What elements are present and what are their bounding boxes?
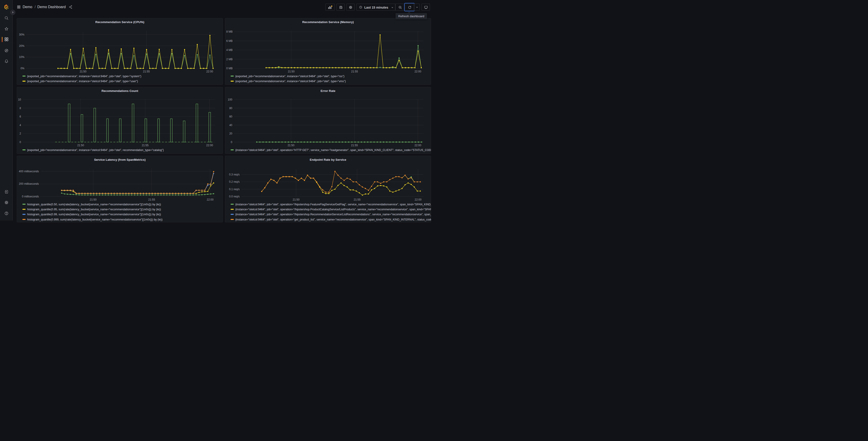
svg-text:22:00: 22:00 <box>415 198 422 201</box>
svg-text:21:50: 21:50 <box>90 198 97 201</box>
svg-text:histogram_quantile(0.999, sum(: histogram_quantile(0.999, sum(rate(laten… <box>27 218 162 220</box>
svg-text:60: 60 <box>229 115 232 118</box>
svg-text:21:55: 21:55 <box>351 144 358 147</box>
svg-text:0 milliseconds: 0 milliseconds <box>22 195 39 198</box>
svg-text:20: 20 <box>229 132 232 135</box>
svg-text:4 MB: 4 MB <box>226 49 232 52</box>
svg-text:0.3 req/s: 0.3 req/s <box>229 173 240 176</box>
svg-text:21:55: 21:55 <box>143 70 150 73</box>
svg-text:Recommendations Count: Recommendations Count <box>101 89 138 93</box>
svg-text:21:50: 21:50 <box>80 70 87 73</box>
svg-text:21:50: 21:50 <box>293 198 300 201</box>
svg-text:{instance="otelcol:9464", job=: {instance="otelcol:9464", job="otel", op… <box>235 203 431 206</box>
svg-text:{exported_job="recommendations: {exported_job="recommendationservice", i… <box>27 75 142 78</box>
svg-text:2: 2 <box>20 132 21 135</box>
svg-text:21:55: 21:55 <box>148 198 155 201</box>
svg-text:Service Latency (from SpanMetr: Service Latency (from SpanMetrics) <box>94 158 146 161</box>
svg-text:{instance="otelcol:9464", job=: {instance="otelcol:9464", job="otel", op… <box>235 208 431 211</box>
svg-text:10: 10 <box>18 98 21 101</box>
svg-text:21:55: 21:55 <box>351 70 358 73</box>
svg-text:0.1 req/s: 0.1 req/s <box>229 188 240 191</box>
svg-text:2 MB: 2 MB <box>226 58 232 61</box>
svg-text:{instance="otelcol:9464", job=: {instance="otelcol:9464", job="otel", op… <box>235 218 431 220</box>
svg-text:200 milliseconds: 200 milliseconds <box>19 182 39 185</box>
svg-text:80: 80 <box>229 107 232 110</box>
svg-text:21:55: 21:55 <box>354 198 361 201</box>
svg-text:{exported_job="recommendations: {exported_job="recommendationservice", i… <box>235 75 344 78</box>
svg-text:{exported_job="recommendations: {exported_job="recommendationservice", i… <box>27 80 138 83</box>
svg-text:40: 40 <box>229 124 232 127</box>
svg-text:22:00: 22:00 <box>414 144 421 147</box>
svg-text:8 MB: 8 MB <box>226 30 232 33</box>
svg-text:{exported_job="recommendations: {exported_job="recommendationservice", i… <box>27 148 164 152</box>
svg-text:6 MB: 6 MB <box>226 39 232 42</box>
svg-text:{instance="otelcol:9464", job=: {instance="otelcol:9464", job="otel", op… <box>235 213 431 216</box>
svg-text:22:00: 22:00 <box>207 198 214 201</box>
svg-text:22:00: 22:00 <box>206 70 213 73</box>
svg-text:{instance="otelcol:9464", job=: {instance="otelcol:9464", job="otel", op… <box>235 148 431 152</box>
svg-text:Endpoint Rate by Service: Endpoint Rate by Service <box>310 158 346 161</box>
svg-text:21:55: 21:55 <box>142 144 149 147</box>
svg-text:10%: 10% <box>19 56 25 59</box>
svg-text:Recommendation Service (CPU%): Recommendation Service (CPU%) <box>95 20 144 24</box>
svg-text:400 milliseconds: 400 milliseconds <box>19 170 39 173</box>
svg-text:histogram_quantile(0.50, sum(r: histogram_quantile(0.50, sum(rate(latenc… <box>27 203 161 206</box>
svg-text:8: 8 <box>20 107 21 110</box>
svg-text:Error Rate: Error Rate <box>321 89 336 93</box>
svg-text:{exported_job="recommendations: {exported_job="recommendationservice", i… <box>235 80 346 83</box>
svg-text:22:00: 22:00 <box>206 144 213 147</box>
svg-text:20%: 20% <box>19 45 25 48</box>
svg-text:21:50: 21:50 <box>288 70 294 73</box>
svg-text:22:00: 22:00 <box>414 70 421 73</box>
svg-text:21:50: 21:50 <box>77 144 84 147</box>
svg-text:histogram_quantile(0.99, sum(r: histogram_quantile(0.99, sum(rate(latenc… <box>27 213 161 216</box>
svg-text:4: 4 <box>20 124 21 127</box>
svg-text:0.0 req/s: 0.0 req/s <box>229 195 240 198</box>
svg-text:6: 6 <box>20 115 21 118</box>
svg-text:0: 0 <box>231 141 232 144</box>
svg-text:0%: 0% <box>21 67 25 70</box>
svg-text:0 MB: 0 MB <box>226 67 232 70</box>
svg-text:21:50: 21:50 <box>288 144 294 147</box>
svg-text:0.2 req/s: 0.2 req/s <box>229 180 240 183</box>
svg-text:0: 0 <box>20 141 21 144</box>
svg-text:30%: 30% <box>19 33 25 36</box>
svg-text:Recommendation Service (Memory: Recommendation Service (Memory) <box>302 20 354 24</box>
svg-text:100: 100 <box>228 98 232 101</box>
svg-text:histogram_quantile(0.95, sum(r: histogram_quantile(0.95, sum(rate(latenc… <box>27 208 161 211</box>
